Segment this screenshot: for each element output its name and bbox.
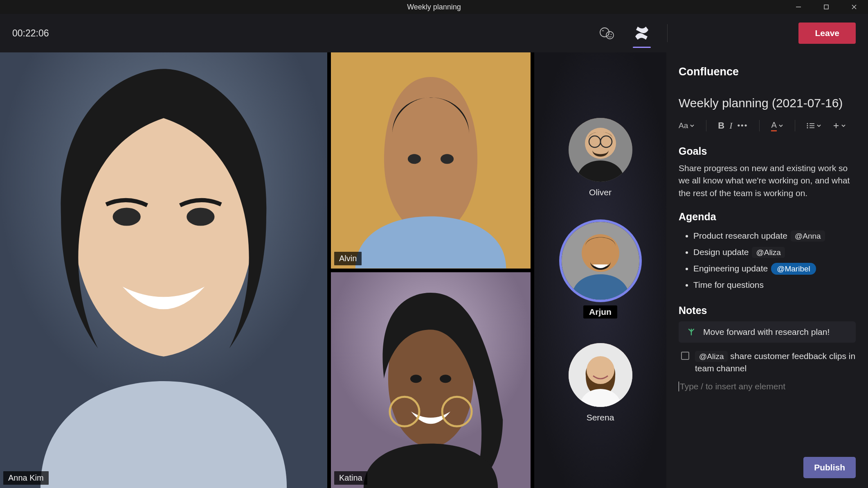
text-color-icon: A xyxy=(771,120,776,131)
participant-avatar-item[interactable]: Oliver xyxy=(569,118,632,197)
mention-chip[interactable]: @Aliza xyxy=(752,247,785,258)
editor-insert-placeholder[interactable]: Type / to insert any element xyxy=(679,382,856,391)
agenda-item[interactable]: Engineering update@Maribel xyxy=(693,260,856,277)
leave-button[interactable]: Leave xyxy=(798,23,856,44)
avatar xyxy=(569,118,632,182)
participant-video xyxy=(331,52,531,269)
close-icon xyxy=(851,4,857,10)
agenda-item[interactable]: Time for questions xyxy=(693,277,856,293)
participant-avatar-item[interactable]: Serena xyxy=(569,343,632,422)
reactions-button[interactable] xyxy=(598,24,616,42)
titlebar: Weekly planning xyxy=(0,0,868,14)
svg-point-16 xyxy=(440,375,451,383)
toolbar-separator xyxy=(759,120,760,131)
window-title: Weekly planning xyxy=(407,3,461,11)
video-tile-secondary[interactable]: Katina xyxy=(331,272,531,488)
overflow-participants: Oliver Arjun xyxy=(534,52,666,488)
participant-name: Serena xyxy=(587,413,614,422)
agenda-item[interactable]: Design update@Aliza xyxy=(693,244,856,260)
confluence-icon xyxy=(634,25,650,41)
avatar-image xyxy=(569,343,632,407)
insert-dropdown[interactable] xyxy=(833,122,846,129)
formatting-toolbar: Aa B I ••• A xyxy=(679,120,856,131)
participant-avatar-item[interactable]: Arjun xyxy=(562,222,639,319)
decision-text: Move forward with research plan! xyxy=(703,327,830,337)
checkbox[interactable] xyxy=(681,352,689,360)
notes-heading: Notes xyxy=(679,305,856,316)
mention-chip[interactable]: @Anna xyxy=(791,230,825,242)
video-grid: Anna Kim Alvin xyxy=(0,52,666,488)
publish-button[interactable]: Publish xyxy=(803,457,856,478)
chevron-down-icon xyxy=(690,123,695,128)
participant-video xyxy=(331,272,531,488)
participant-name-tag: Anna Kim xyxy=(3,471,49,485)
decision-block[interactable]: Move forward with research plan! xyxy=(679,321,856,343)
svg-point-10 xyxy=(187,208,214,226)
panel-app-name: Confluence xyxy=(679,66,856,78)
text-color-dropdown[interactable]: A xyxy=(771,120,783,131)
plus-icon xyxy=(833,122,839,129)
maximize-icon xyxy=(823,4,829,10)
mention-chip[interactable]: @Maribel xyxy=(771,263,816,275)
avatar-image xyxy=(569,118,632,182)
text-style-label: Aa xyxy=(679,121,688,130)
toolbar-separator xyxy=(795,120,795,131)
close-button[interactable] xyxy=(840,0,868,14)
agenda-item[interactable]: Product research update@Anna xyxy=(693,228,856,244)
more-formatting-button[interactable]: ••• xyxy=(737,121,748,130)
avatar xyxy=(569,343,632,407)
confluence-panel: Confluence Weekly planning (2021-07-16) … xyxy=(666,52,868,488)
svg-point-6 xyxy=(608,34,609,35)
action-item-text: @Aliza share customer feedback clips in … xyxy=(695,350,856,375)
page-title[interactable]: Weekly planning (2021-07-16) xyxy=(679,96,856,110)
goals-body[interactable]: Share progress on new and existing work … xyxy=(679,162,856,199)
avatar-image xyxy=(562,222,639,300)
svg-point-9 xyxy=(113,208,141,226)
chevron-down-icon xyxy=(778,123,783,128)
participant-name: Arjun xyxy=(583,305,617,319)
italic-button[interactable]: I xyxy=(729,120,732,131)
action-item-row[interactable]: @Aliza share customer feedback clips in … xyxy=(679,350,856,375)
svg-point-31 xyxy=(807,127,808,128)
list-icon xyxy=(807,122,815,129)
video-tile-main[interactable]: Anna Kim xyxy=(0,52,327,488)
toolbar-divider xyxy=(667,24,668,42)
svg-point-15 xyxy=(410,375,422,383)
meeting-timer: 00:22:06 xyxy=(12,28,49,39)
agenda-list[interactable]: Product research update@AnnaDesign updat… xyxy=(679,228,856,293)
minimize-button[interactable] xyxy=(785,0,812,14)
bold-button[interactable]: B xyxy=(718,120,724,131)
minimize-icon xyxy=(796,4,801,10)
svg-point-27 xyxy=(807,123,808,124)
participant-name-tag: Alvin xyxy=(334,252,362,265)
participant-name-tag: Katina xyxy=(334,471,367,485)
svg-point-5 xyxy=(606,32,614,39)
mention-chip[interactable]: @Aliza xyxy=(695,351,728,362)
svg-rect-1 xyxy=(824,5,828,9)
goals-heading: Goals xyxy=(679,145,856,157)
svg-point-7 xyxy=(611,34,612,35)
participant-video xyxy=(0,52,327,488)
video-tile-secondary[interactable]: Alvin xyxy=(331,52,531,269)
decision-icon xyxy=(687,328,696,337)
window-controls xyxy=(785,0,868,14)
reactions-icon xyxy=(599,26,616,40)
toolbar-separator xyxy=(706,120,706,131)
text-style-dropdown[interactable]: Aa xyxy=(679,121,695,130)
agenda-heading: Agenda xyxy=(679,211,856,223)
chevron-down-icon xyxy=(816,123,821,128)
svg-point-13 xyxy=(441,154,454,164)
confluence-app-button[interactable] xyxy=(633,24,651,42)
list-dropdown[interactable] xyxy=(807,122,821,129)
chevron-down-icon xyxy=(841,123,846,128)
svg-point-12 xyxy=(408,154,421,164)
svg-point-26 xyxy=(587,356,614,384)
avatar xyxy=(562,222,639,300)
svg-point-29 xyxy=(807,125,808,126)
maximize-button[interactable] xyxy=(812,0,840,14)
participant-name: Oliver xyxy=(589,188,612,197)
meeting-toolbar: 00:22:06 Leave xyxy=(0,14,868,52)
